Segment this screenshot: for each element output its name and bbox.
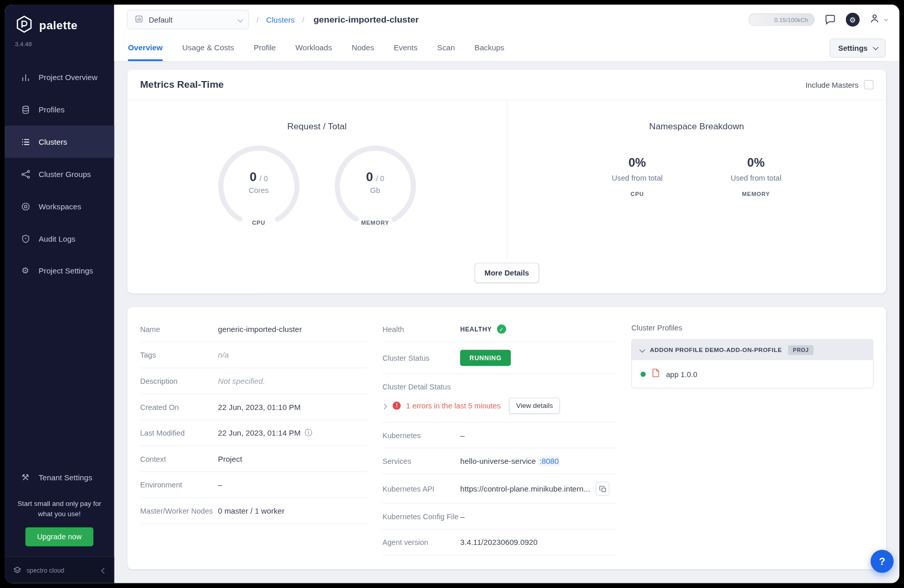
cpu-used-value: 0 <box>249 169 257 184</box>
sidebar-item-label: Audit Logs <box>39 234 75 243</box>
expand-errors-icon[interactable] <box>382 401 387 411</box>
tab-overview[interactable]: Overview <box>128 34 162 61</box>
namespace-memory-stat: 0% Used from total MEMORY <box>713 155 799 197</box>
sidebar-item-profiles[interactable]: Profiles <box>5 93 114 126</box>
tab-backups[interactable]: Backups <box>474 34 504 61</box>
agent-version-value: 3.4.11/20230609.0920 <box>460 538 538 546</box>
more-details-button[interactable]: More Details <box>475 263 539 283</box>
detail-row-description: Description Not specified. <box>140 368 368 395</box>
view-details-button[interactable]: View details <box>509 398 560 414</box>
agent-version-label: Agent version <box>382 538 460 546</box>
details-left-column: Name generic-imported-cluster Tags n/a D… <box>140 317 368 556</box>
project-selector[interactable]: Default <box>127 10 249 29</box>
tab-usage-costs[interactable]: Usage & Costs <box>182 34 234 61</box>
include-masters-checkbox[interactable] <box>864 80 874 89</box>
proj-scope-badge: PROJ <box>788 345 814 355</box>
detail-value: Not specified. <box>218 377 265 385</box>
metrics-body: Request / Total 0/ 0 Cores CPU <box>127 100 886 259</box>
service-port-link[interactable]: :8080 <box>538 456 560 466</box>
profile-accordion: ADDON PROFILE DEMO-ADD-ON-PROFILE PROJ a… <box>631 339 873 388</box>
shield-icon <box>20 233 31 243</box>
tab-events[interactable]: Events <box>394 34 417 61</box>
info-icon[interactable] <box>304 427 312 438</box>
sidebar-item-label: Cluster Groups <box>39 170 91 179</box>
services-label: Services <box>382 457 460 465</box>
help-button[interactable]: ? <box>871 550 894 573</box>
sidebar-item-project-overview[interactable]: Project Overview <box>5 61 114 93</box>
header: Default / Clusters / generic-imported-cl… <box>114 5 899 61</box>
usage-quota-pill: 0.15/100kCh <box>748 13 815 26</box>
user-menu[interactable] <box>869 13 887 27</box>
kubernetes-api-row: Kubernetes API https://control-plane.min… <box>382 474 617 503</box>
project-scope-icon <box>134 14 144 25</box>
kubernetes-value: – <box>460 431 465 440</box>
sidebar-item-workspaces[interactable]: Workspaces <box>5 190 114 223</box>
database-icon <box>20 105 31 114</box>
detail-value: generic-imported-cluster <box>218 325 302 334</box>
sidebar-item-tenant-settings[interactable]: ⚒ Tenant Settings <box>5 461 114 494</box>
tab-nodes[interactable]: Nodes <box>352 34 374 61</box>
breadcrumb-clusters-link[interactable]: Clusters <box>266 15 295 24</box>
network-icon <box>20 169 31 179</box>
sidebar: palette 3.4.48 Project Overview Profiles <box>5 5 114 583</box>
detail-row-name: Name generic-imported-cluster <box>140 317 368 343</box>
profile-accordion-body[interactable]: app 1.0.0 <box>632 360 873 388</box>
memory-gauge: 0/ 0 Gb MEMORY <box>333 144 417 228</box>
details-mid-column: Health HEALTHY Cluster Status RUNNING Cl… <box>382 317 617 556</box>
cluster-list-icon <box>20 137 31 147</box>
pack-file-icon <box>652 368 660 380</box>
detail-row-environment: Environment – <box>140 472 368 498</box>
profile-accordion-header[interactable]: ADDON PROFILE DEMO-ADD-ON-PROFILE PROJ <box>632 340 873 360</box>
breadcrumb-separator: / <box>302 15 304 24</box>
detail-label: Description <box>140 377 218 385</box>
sidebar-item-audit-logs[interactable]: Audit Logs <box>5 223 114 255</box>
collapse-sidebar-icon[interactable] <box>102 567 106 574</box>
include-masters-control: Include Masters <box>805 80 873 89</box>
gauges-row: 0/ 0 Cores CPU 0/ 0 Gb <box>127 144 506 228</box>
error-icon <box>393 402 401 410</box>
namespace-stats-row: 0% Used from total CPU 0% Used from tota… <box>507 155 886 197</box>
upgrade-now-button[interactable]: Upgrade now <box>26 527 93 546</box>
stage: palette 3.4.48 Project Overview Profiles <box>0 0 904 588</box>
namespace-breakdown-title: Namespace Breakdown <box>507 121 886 131</box>
chevron-down-icon <box>238 15 242 24</box>
detail-label: Last Modified <box>140 428 218 437</box>
error-summary-text: 1 errors in the last 5 minutes <box>406 401 501 410</box>
breadcrumb-separator: / <box>257 15 259 24</box>
request-total-panel: Request / Total 0/ 0 Cores CPU <box>127 100 507 259</box>
chevron-down-icon <box>873 44 878 50</box>
detail-row-master-worker: Master/Worker Nodes 0 master / 1 worker <box>140 498 368 524</box>
service-name: hello-universe-service <box>460 457 536 465</box>
cpu-gauge-text: 0/ 0 Cores <box>217 144 301 228</box>
upgrade-button-wrap: Upgrade now <box>5 521 114 557</box>
content-scroll-area[interactable]: Metrics Real-Time Include Masters Reques… <box>114 61 899 583</box>
copy-icon[interactable] <box>596 482 610 496</box>
tab-profile[interactable]: Profile <box>254 34 276 61</box>
namespace-breakdown-panel: Namespace Breakdown 0% Used from total C… <box>507 100 886 259</box>
tab-scan[interactable]: Scan <box>437 34 455 61</box>
sidebar-item-project-settings[interactable]: ⚙ Project Settings <box>5 254 114 287</box>
profile-accordion-title: ADDON PROFILE DEMO-ADD-ON-PROFILE <box>650 346 782 353</box>
sidebar-item-cluster-groups[interactable]: Cluster Groups <box>5 158 114 190</box>
cpu-unit-label: Cores <box>249 186 269 195</box>
cluster-settings-button[interactable]: Settings <box>830 38 886 57</box>
detail-row-last-modified: Last Modified 22 Jun, 2023, 01:14 PM <box>140 420 368 446</box>
services-row: Services hello-universe-service :8080 <box>382 448 617 475</box>
chevron-down-icon <box>884 17 888 21</box>
health-label: Health <box>382 325 460 334</box>
memory-caption: MEMORY <box>333 220 417 226</box>
detail-row-tags: Tags n/a <box>140 342 368 368</box>
sidebar-item-label: Profiles <box>39 105 65 114</box>
sidebar-footer: spectro cloud <box>5 557 114 583</box>
chat-icon[interactable] <box>824 13 837 26</box>
tab-workloads[interactable]: Workloads <box>295 34 332 61</box>
user-icon <box>869 13 880 27</box>
kubernetes-config-label: Kubernetes Config File <box>382 512 460 521</box>
assistant-gear-icon[interactable]: ⚙ <box>846 13 860 27</box>
main-area: Default / Clusters / generic-imported-cl… <box>114 5 899 583</box>
sidebar-item-clusters[interactable]: Clusters <box>5 126 114 158</box>
sidebar-item-label: Project Settings <box>39 266 93 275</box>
metrics-footer: More Details <box>127 259 886 293</box>
palette-logo-icon <box>15 15 33 35</box>
namespace-cpu-stat: 0% Used from total CPU <box>594 155 680 197</box>
